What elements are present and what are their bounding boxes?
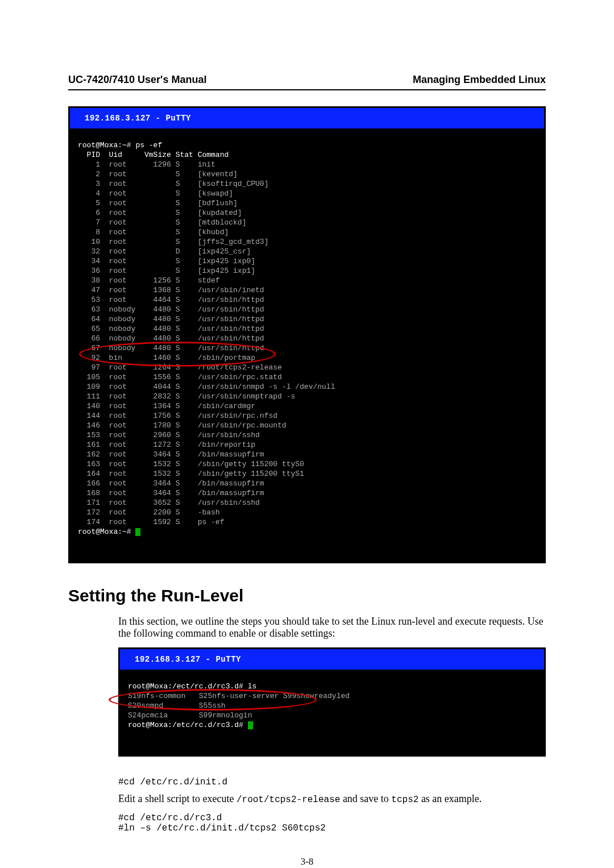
page-number: 3-8 [68, 856, 546, 867]
terminal-body[interactable]: root@Moxa:~# ps -ef PID Uid VmSize Stat … [70, 128, 544, 562]
terminal-titlebar[interactable]: 192.168.3.127 - PuTTY [70, 108, 544, 128]
terminal-prompt-line: root@Moxa:~# [78, 528, 140, 536]
table-row: 161 root 1272 S /bin/reportip [78, 441, 255, 449]
table-row: 64 nobody 4480 S /usr/sbin/httpd [78, 315, 264, 323]
table-row: 8 root S [khubd] [78, 228, 229, 236]
terminal-window-ls: 192.168.3.127 - PuTTY root@Moxa:/ect/rc.… [118, 647, 546, 757]
table-row: 66 nobody 4480 S /usr/sbin/httpd [78, 334, 264, 343]
terminal-body[interactable]: root@Moxa:/ect/rc.d/rc3.d# ls S19nfs-com… [120, 670, 544, 755]
table-row: 47 root 1368 S /usr/sbin/inetd [78, 286, 264, 294]
table-row: 10 root S [jffs2_gcd_mtd3] [78, 238, 268, 246]
table-row: 4 root S [kswapd] [78, 189, 233, 198]
table-row: 92 bin 1460 S /sbin/portmap [78, 354, 255, 362]
table-row: 34 root S [ixp425 ixp0] [78, 257, 255, 265]
table-row: 105 root 1556 S /usr/sbin/rpc.statd [78, 373, 282, 381]
table-row: 65 nobody 4480 S /usr/sbin/httpd [78, 325, 264, 333]
document-page: UC-7420/7410 User's Manual Managing Embe… [0, 0, 614, 868]
terminal-line: S24pcmcia S99rmnologin [128, 711, 252, 720]
table-row: 7 root S [mtdblockd] [78, 218, 246, 227]
table-row: 38 root 1256 S stdef [78, 276, 220, 285]
terminal-prompt-line: root@Moxa:/etc/rc.d/rc3.d# [128, 721, 253, 729]
ps-header-line: PID Uid VmSize Stat Command [78, 151, 229, 159]
table-row: 97 root 1264 S /root/tcps2-release [78, 363, 282, 372]
table-row: 109 root 4044 S /usr/sbin/snmpd -s -l /d… [78, 383, 335, 391]
cursor-icon [248, 721, 253, 729]
code-inline: /root/tcps2-release [237, 795, 340, 805]
terminal-titlebar[interactable]: 192.168.3.127 - PuTTY [120, 649, 544, 670]
table-row: 162 root 3464 S /bin/massupfirm [78, 450, 264, 459]
table-row: 163 root 1532 S /sbin/getty 115200 ttyS0 [78, 460, 304, 468]
section-heading: Setting the Run-Level [68, 586, 546, 605]
edit-paragraph: Edit a shell script to execute /root/tcp… [68, 793, 546, 805]
terminal-prompt-line: root@Moxa:~# ps -ef [78, 141, 162, 149]
table-row: 53 root 4464 S /usr/sbin/httpd [78, 296, 264, 304]
terminal-line: S19nfs-common S25nfs-user-server S99show… [128, 692, 350, 700]
table-row: 3 root S [ksoftirqd_CPU0] [78, 180, 268, 188]
terminal-window-ps: 192.168.3.127 - PuTTY root@Moxa:~# ps -e… [68, 106, 546, 563]
table-row: 166 root 3464 S /bin/massupfirm [78, 479, 264, 488]
intro-paragraph: In this section, we outline the steps yo… [68, 616, 546, 639]
table-row: 168 root 3464 S /bin/massupfirm [78, 489, 264, 497]
table-row: 144 root 1756 S /usr/sbin/rpc.nfsd [78, 412, 277, 420]
header-left: UC-7420/7410 User's Manual [68, 74, 206, 86]
page-header: UC-7420/7410 User's Manual Managing Embe… [68, 74, 546, 90]
command-block: #cd /etc/rc.d/init.d [68, 777, 546, 787]
table-row: 171 root 3652 S /usr/sbin/sshd [78, 499, 260, 507]
terminal-line: root@Moxa:/ect/rc.d/rc3.d# ls [128, 682, 256, 691]
table-row: 153 root 2960 S /usr/sbin/sshd [78, 431, 260, 439]
table-row: 146 root 1780 S /usr/sbin/rpc.mountd [78, 421, 287, 430]
table-row: 67 nobody 4480 S /usr/sbin/httpd [78, 344, 264, 352]
table-row: 164 root 1532 S /sbin/getty 115200 ttyS1 [78, 470, 304, 478]
table-row: 63 nobody 4480 S /usr/sbin/httpd [78, 305, 264, 314]
table-row: 174 root 1592 S ps -ef [78, 518, 224, 526]
table-row: 36 root S [ixp425 ixp1] [78, 267, 255, 275]
terminal-line: S20snmpd S55ssh [128, 701, 226, 710]
table-row: 2 root S [keventd] [78, 170, 238, 178]
header-right: Managing Embedded Linux [413, 74, 546, 86]
cursor-icon [135, 528, 140, 536]
table-row: 172 root 2200 S -bash [78, 508, 220, 517]
code-inline: tcps2 [391, 795, 418, 805]
table-row: 111 root 2832 S /usr/sbin/snmptrapd -s [78, 392, 295, 401]
command-block: #cd /etc/rc.d/rc3.d #ln –s /etc/rc.d/ini… [68, 813, 546, 833]
table-row: 140 root 1364 S /sbin/cardmgr [78, 402, 255, 410]
table-row: 1 root 1296 S init [78, 160, 215, 169]
table-row: 32 root D [ixp425_csr] [78, 247, 251, 256]
table-row: 6 root S [kupdated] [78, 209, 242, 217]
table-row: 5 root S [bdflush] [78, 199, 238, 207]
